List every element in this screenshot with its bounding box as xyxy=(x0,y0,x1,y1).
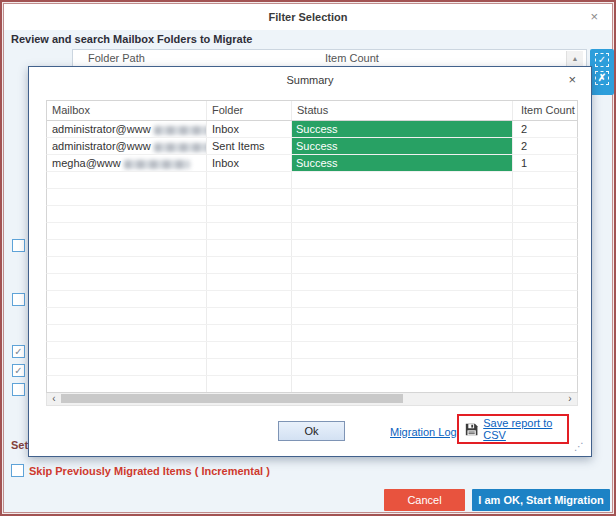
page-heading: Review and search Mailbox Folders to Mig… xyxy=(11,33,252,45)
 xyxy=(513,376,577,392)
mailbox-cell: megha@www xyxy=(47,155,207,171)
itemcount-column-header: Item Count xyxy=(513,101,577,120)
 xyxy=(292,223,513,239)
summary-table-body: administrator@wwwInboxSuccess2administra… xyxy=(46,121,578,393)
skip-migrated-checkbox[interactable] xyxy=(11,464,24,477)
resize-grip-icon[interactable]: ⋰ xyxy=(574,441,584,452)
summary-table: Mailbox Folder Status Item Count adminis… xyxy=(46,100,578,406)
 xyxy=(47,206,207,222)
 xyxy=(207,291,292,307)
 xyxy=(47,223,207,239)
 xyxy=(292,206,513,222)
 xyxy=(513,223,577,239)
 xyxy=(207,308,292,324)
 xyxy=(47,274,207,290)
 xyxy=(207,189,292,205)
summary-close-icon[interactable]: × xyxy=(568,72,576,87)
 xyxy=(47,172,207,188)
status-cell: Success xyxy=(292,138,513,154)
 xyxy=(207,342,292,358)
 xyxy=(513,206,577,222)
status-cell: Success xyxy=(292,121,513,137)
itemcount-cell: 2 xyxy=(513,121,577,137)
 xyxy=(513,291,577,307)
status-column-header: Status xyxy=(292,101,513,120)
summary-dialog-title: Summary xyxy=(29,67,591,91)
summary-table-row[interactable]: administrator@wwwInboxSuccess2 xyxy=(46,121,578,138)
folder-table-header: Folder Path Item Count ▲ xyxy=(72,49,587,67)
 xyxy=(292,257,513,273)
scroll-right-icon[interactable]: › xyxy=(564,393,576,404)
save-icon xyxy=(465,422,478,437)
folder-cell: Sent Items xyxy=(207,138,292,154)
 xyxy=(292,308,513,324)
deselect-all-icon[interactable]: ✗ xyxy=(595,71,609,85)
 xyxy=(47,359,207,375)
summary-table-row[interactable]: administrator@wwwSent ItemsSuccess2 xyxy=(46,138,578,155)
horizontal-scrollbar[interactable]: ‹ › xyxy=(46,393,578,406)
skip-migrated-label: Skip Previously Migrated Items ( Increme… xyxy=(29,465,270,477)
folder-checkbox[interactable]: ✓ xyxy=(12,364,25,377)
cancel-button[interactable]: Cancel xyxy=(384,489,465,511)
summary-table-empty-row xyxy=(46,240,578,257)
 xyxy=(207,376,292,392)
folder-checkbox[interactable]: ✓ xyxy=(12,345,25,358)
mailbox-cell: administrator@www xyxy=(47,121,207,137)
mailbox-cell: administrator@www xyxy=(47,138,207,154)
folder-column-header: Folder xyxy=(207,101,292,120)
itemcount-cell: 1 xyxy=(513,155,577,171)
migration-log-link[interactable]: Migration Log xyxy=(390,426,457,438)
 xyxy=(207,206,292,222)
 xyxy=(292,342,513,358)
folder-cell: Inbox xyxy=(207,121,292,137)
summary-table-empty-row xyxy=(46,376,578,393)
save-csv-highlight-box: Save report to CSV xyxy=(457,414,569,444)
folder-checkbox[interactable] xyxy=(12,293,25,306)
summary-table-empty-row xyxy=(46,172,578,189)
summary-table-empty-row xyxy=(46,359,578,376)
 xyxy=(513,274,577,290)
 xyxy=(292,359,513,375)
 xyxy=(513,359,577,375)
select-all-icon[interactable]: ✓ xyxy=(595,53,609,67)
window-titlebar: Filter Selection × xyxy=(4,4,612,30)
summary-table-row[interactable]: megha@wwwInboxSuccess1 xyxy=(46,155,578,172)
 xyxy=(47,189,207,205)
 xyxy=(47,308,207,324)
folder-checkbox[interactable] xyxy=(12,383,25,396)
 xyxy=(47,376,207,392)
summary-table-empty-row xyxy=(46,325,578,342)
ok-button[interactable]: Ok xyxy=(278,421,345,441)
summary-table-empty-row xyxy=(46,274,578,291)
summary-table-empty-row xyxy=(46,308,578,325)
 xyxy=(292,291,513,307)
window-title: Filter Selection xyxy=(4,4,612,30)
folder-checkbox[interactable] xyxy=(12,239,25,252)
 xyxy=(292,240,513,256)
 xyxy=(207,257,292,273)
redacted-domain xyxy=(154,143,207,152)
folder-cell: Inbox xyxy=(207,155,292,171)
 xyxy=(47,257,207,273)
 xyxy=(513,342,577,358)
 xyxy=(513,308,577,324)
window-close-icon[interactable]: × xyxy=(590,4,598,30)
 xyxy=(47,291,207,307)
summary-table-empty-row xyxy=(46,206,578,223)
scrollbar-thumb[interactable] xyxy=(61,394,403,403)
 xyxy=(292,189,513,205)
 xyxy=(207,240,292,256)
scroll-left-icon[interactable]: ‹ xyxy=(48,393,60,404)
summary-dialog: Summary × Mailbox Folder Status Item Cou… xyxy=(28,66,592,457)
folder-path-column-header: Folder Path xyxy=(88,52,145,64)
 xyxy=(513,257,577,273)
 xyxy=(292,274,513,290)
 xyxy=(47,342,207,358)
summary-table-empty-row xyxy=(46,189,578,206)
 xyxy=(513,240,577,256)
save-report-csv-link[interactable]: Save report to CSV xyxy=(483,417,567,441)
 xyxy=(47,325,207,341)
scroll-up-icon[interactable]: ▲ xyxy=(566,51,583,66)
start-migration-button[interactable]: I am OK, Start Migration xyxy=(472,489,610,511)
 xyxy=(513,172,577,188)
